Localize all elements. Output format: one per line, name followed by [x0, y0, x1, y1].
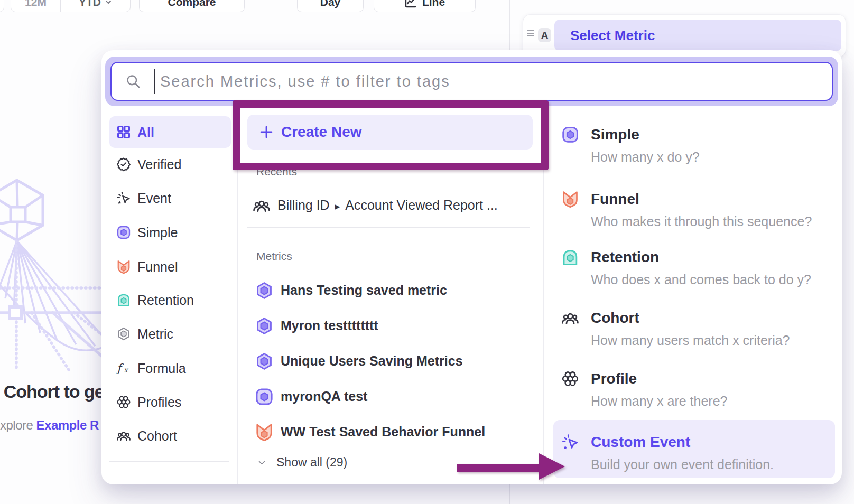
type-custom-event[interactable]: Custom Event [591, 433, 690, 451]
cohort-icon [253, 197, 271, 214]
cohort-icon [561, 309, 579, 327]
simple-icon [255, 387, 274, 407]
sidebar-item-event[interactable]: Event [101, 182, 237, 214]
simple-icon [116, 225, 131, 240]
type-retention-description: Who does x and comes back to do y? [591, 272, 811, 287]
profiles-icon [116, 395, 131, 409]
series-badge: A [538, 28, 551, 42]
retention-icon [116, 293, 131, 307]
type-simple[interactable]: Simple [591, 126, 639, 144]
screen: r Cohort to ge xplore Example R 12M YTD … [0, 0, 854, 504]
sidebar-divider [109, 461, 229, 462]
range-ytd-button[interactable]: YTD [61, 0, 130, 12]
background-illustration [0, 148, 111, 380]
search-placeholder: Search Metrics, use # to filter to tags [160, 63, 450, 100]
funnel-icon [255, 422, 274, 442]
annotation-rectangle [233, 100, 549, 170]
simple-icon [561, 126, 579, 144]
sidebar-item-verified[interactable]: Verified [101, 148, 237, 180]
chevron-down-icon [257, 458, 266, 467]
sidebar-item-cohort[interactable]: Cohort [101, 420, 237, 452]
example-link[interactable]: Example R [36, 418, 99, 432]
profiles-icon [561, 370, 579, 388]
sidebar-item-retention[interactable]: Retention [101, 284, 237, 316]
sidebar-item-formula[interactable]: ƒx Formula [101, 352, 237, 384]
chart-type-line-button[interactable]: Line [374, 0, 476, 12]
svg-text:ƒ: ƒ [116, 362, 124, 375]
background-subtext: xplore Example R [0, 418, 99, 433]
event-cursor-icon [561, 433, 579, 451]
text-caret [154, 69, 155, 94]
search-icon [125, 73, 141, 89]
background-subtext-gray: xplore [0, 418, 36, 432]
formula-icon: ƒx [116, 361, 131, 376]
line-chart-icon [404, 0, 417, 8]
sidebar-item-all[interactable]: All [109, 116, 231, 148]
svg-text:x: x [124, 366, 129, 374]
saved-metric-icon [255, 351, 274, 371]
recents-divider [247, 227, 530, 228]
funnel-icon [116, 259, 131, 274]
annotation-arrow-tail [457, 464, 540, 472]
event-cursor-icon [116, 191, 131, 206]
select-metric-button[interactable]: Select Metric [554, 20, 841, 51]
toolbar-button-fragment[interactable] [0, 0, 4, 12]
drag-handle-icon[interactable] [527, 30, 534, 38]
retention-icon [561, 248, 579, 266]
funnel-icon [561, 190, 579, 208]
type-retention[interactable]: Retention [591, 248, 659, 266]
type-funnel[interactable]: Funnel [591, 190, 639, 208]
metrics-heading: Metrics [256, 250, 292, 263]
sidebar-item-metric[interactable]: Metric [101, 318, 237, 350]
sidebar-item-funnel[interactable]: Funnel [101, 251, 237, 283]
chevron-down-icon [105, 0, 112, 6]
search-input[interactable]: Search Metrics, use # to filter to tags [110, 62, 833, 101]
saved-metric-icon [255, 281, 274, 301]
type-simple-description: How many x do y? [591, 149, 700, 165]
type-funnel-description: Who makes it through this sequence? [591, 213, 812, 229]
compare-button[interactable]: Compare [139, 0, 245, 12]
annotation-arrow-head [539, 453, 565, 480]
sidebar-item-simple[interactable]: Simple [101, 217, 237, 248]
verified-badge-icon [116, 157, 131, 172]
type-profile[interactable]: Profile [591, 370, 637, 388]
date-range-group: 12M YTD [11, 0, 131, 12]
background-heading-fragment: r Cohort to ge [0, 381, 104, 402]
type-profile-description: How many x are there? [591, 393, 727, 409]
sidebar-item-tags[interactable]: Tags [101, 477, 237, 484]
sidebar-item-profiles[interactable]: Profiles [101, 386, 237, 418]
saved-metric-icon [255, 316, 274, 336]
type-custom-event-description: Build your own event definition. [591, 456, 774, 472]
grid-icon [116, 125, 131, 139]
search-focus-halo: Search Metrics, use # to filter to tags [105, 57, 838, 106]
type-cohort-description: How many users match x criteria? [591, 332, 790, 348]
interval-day-button[interactable]: Day [297, 0, 364, 12]
cohort-icon [116, 428, 131, 443]
metric-hexagon-icon [116, 326, 131, 341]
type-cohort[interactable]: Cohort [591, 309, 639, 327]
breadcrumb-arrow: ▸ [335, 201, 340, 212]
range-12m-button[interactable]: 12M [11, 0, 61, 12]
